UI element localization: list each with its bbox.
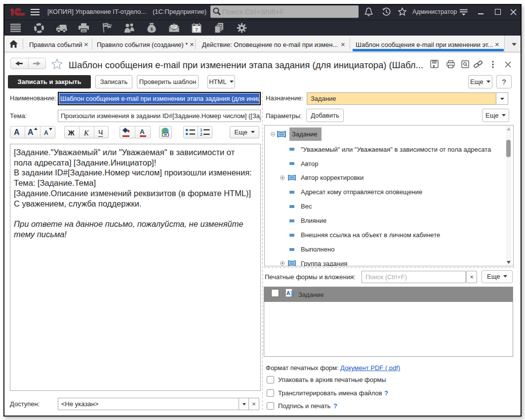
- svg-text:$: $: [151, 27, 153, 32]
- svg-text:2: 2: [200, 132, 202, 136]
- svg-text:А: А: [286, 290, 290, 296]
- svg-text:7: 7: [195, 27, 198, 32]
